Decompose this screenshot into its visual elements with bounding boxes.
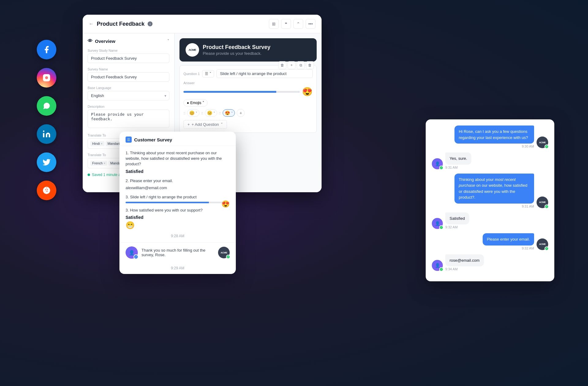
- drag-handle-2[interactable]: ::: [201, 111, 203, 115]
- base-language-select[interactable]: English: [88, 91, 169, 100]
- wa-message-1: ACME ✓ Hi Rose, can I ask you a few ques…: [432, 126, 548, 148]
- saved-dot: [88, 174, 90, 176]
- acme-bot-avatar: ACME ✓: [218, 247, 230, 258]
- cs-q3-text: 3. Slide left / right to arrange the pro…: [126, 194, 230, 200]
- question-row: Question 1 ☰ ˅: [183, 69, 313, 78]
- customer-survey-popup: ☰ Customer Survey 1. Thinking about your…: [119, 132, 236, 274]
- instagram-icon[interactable]: [37, 68, 56, 88]
- cs-q4-emoji: 😁: [126, 221, 230, 230]
- survey-name-group: Survey Name: [88, 67, 169, 82]
- svg-point-5: [46, 190, 46, 190]
- wa-user-badge-4: ✓: [439, 225, 443, 230]
- facebook-icon[interactable]: [37, 40, 56, 59]
- answer-label: Answer: [183, 81, 313, 85]
- wa-user-badge-6: ✓: [439, 267, 443, 272]
- question-type-select[interactable]: ☰ ˅: [202, 70, 214, 77]
- survey-name-input[interactable]: [88, 72, 169, 82]
- svg-point-6: [47, 190, 47, 190]
- slider-container: 😍: [183, 87, 313, 97]
- emoji-options: :: 😊 ˅ :: 😐 ˅ :: 😍 ˅ +: [183, 109, 313, 117]
- tag-french2-close[interactable]: ×: [104, 162, 105, 165]
- wa-message-6: 👤 ✓ rose@email.com 9:34 AM: [432, 254, 548, 271]
- emojis-pill[interactable]: ● Emojis ˅: [183, 99, 208, 107]
- base-language-group: Base Language English: [88, 86, 169, 100]
- description-group: Description Please provide us your feedb…: [88, 105, 169, 129]
- q-btn-copy[interactable]: ⧉: [297, 61, 305, 69]
- cs-question-2: 2. Please enter your email. alexwilliam@…: [126, 178, 230, 190]
- tag-french2: French ×: [90, 161, 107, 166]
- wa-acme-badge-5: ✓: [545, 246, 549, 251]
- question-section: 🗑 + ⧉ 🗑 Question 1 ☰ ˅ Answer 😍: [179, 65, 317, 133]
- cs-title: Customer Survey: [134, 137, 172, 142]
- survey-preview-subtitle: Please provide us your feedback.: [203, 51, 270, 56]
- back-button[interactable]: ←: [89, 21, 94, 27]
- cs-slider-emoji: 😍: [221, 200, 230, 208]
- linkedin-icon[interactable]: [37, 124, 56, 144]
- header-btn-grid[interactable]: ⊞: [269, 19, 279, 29]
- slider-track[interactable]: [183, 91, 300, 93]
- study-name-input[interactable]: [88, 54, 169, 63]
- cs-q4-text: 3. How satisfied were you with our suppo…: [126, 208, 230, 213]
- add-question-button[interactable]: + + Add Question ˅: [183, 120, 227, 129]
- header-buttons: ⊞ ❝ ⌃ •••: [269, 19, 315, 29]
- collapse-icon[interactable]: ˅: [167, 39, 169, 43]
- cs-icon: ☰: [126, 137, 132, 143]
- wa-acme-avatar-1: ACME ✓: [537, 137, 548, 148]
- cs-bottom: 👤 ✓ Thank you so much for filling out th…: [119, 242, 236, 262]
- drag-handle-3[interactable]: ::: [219, 111, 221, 115]
- wa-time-1: 9:30 AM: [454, 144, 534, 148]
- cs-question-1: 1. Thinking about your most recent purch…: [126, 150, 230, 174]
- emoji-option-3[interactable]: 😍 ˅: [223, 109, 235, 117]
- wa-user-avatar-6: 👤 ✓: [432, 260, 443, 271]
- wa-bubble-1: Hi Rose, can I ask you a few questions r…: [454, 126, 534, 144]
- wa-time-2: 9:31 AM: [445, 166, 471, 169]
- acme-bot-badge: ✓: [226, 255, 230, 259]
- add-question-label: + Add Question: [192, 122, 219, 127]
- wa-bubble-2: Yes, sure.: [445, 152, 471, 165]
- wa-message-5: ACME ✓ Please enter your email. 9:32 AM: [432, 233, 548, 250]
- info-icon: i: [148, 21, 153, 26]
- thank-you-message: Thank you so much for filling out the su…: [141, 248, 214, 257]
- q-btn-add[interactable]: +: [288, 61, 296, 69]
- survey-name-label: Survey Name: [88, 67, 169, 71]
- emoji-option-1[interactable]: 😊 ˅: [187, 109, 199, 117]
- overview-label: Overview: [95, 39, 115, 44]
- reddit-icon[interactable]: [37, 181, 56, 200]
- emoji-option-2[interactable]: 😐 ˅: [205, 109, 217, 117]
- question-text-input[interactable]: [217, 69, 313, 78]
- page-title: Product Feedback: [97, 21, 145, 27]
- whatsapp-chat-window: ACME ✓ Hi Rose, can I ask you a few ques…: [426, 119, 554, 281]
- whatsapp-icon[interactable]: [37, 96, 56, 116]
- wa-user-avatar-4: 👤 ✓: [432, 218, 443, 229]
- cs-slider: [126, 202, 230, 203]
- drag-handle-1[interactable]: ::: [183, 111, 185, 115]
- wa-bubble-5: Please enter your email.: [483, 233, 534, 245]
- wa-user-avatar-2: 👤 ✓: [432, 158, 443, 169]
- survey-header-card: ACME Product Feedback Survey Please prov…: [179, 38, 317, 62]
- description-textarea[interactable]: Please provide us your feedback.: [88, 110, 169, 128]
- study-name-label: Survey Study Name: [88, 49, 169, 52]
- cs-body: 1. Thinking about your most recent purch…: [119, 146, 236, 242]
- avatar-badge: ✓: [134, 254, 138, 259]
- wa-message-2: 👤 ✓ Yes, sure. 9:31 AM: [432, 152, 548, 169]
- header-btn-more[interactable]: •••: [306, 19, 315, 29]
- tag-hindi-close[interactable]: ×: [101, 142, 103, 145]
- tag-hindi: Hindi ×: [90, 141, 104, 146]
- header-btn-upload[interactable]: ⌃: [293, 19, 303, 29]
- header-btn-quote[interactable]: ❝: [281, 19, 291, 29]
- wa-acme-badge-3: ✓: [545, 204, 549, 209]
- twitter-icon[interactable]: [37, 152, 56, 172]
- cs-q2-text: 2. Please enter your email.: [126, 178, 230, 184]
- q-btn-trash[interactable]: 🗑: [306, 61, 314, 69]
- add-emoji-button[interactable]: +: [237, 109, 245, 117]
- cs-question-4: 3. How satisfied were you with our suppo…: [126, 208, 230, 230]
- emoji-selector: ● Emojis ˅: [183, 99, 313, 107]
- wa-acme-avatar-5: ACME ✓: [537, 238, 548, 250]
- q-btn-delete[interactable]: 🗑: [278, 61, 286, 69]
- wa-bubble-4: Satisfied: [445, 212, 469, 225]
- base-language-label: Base Language: [88, 86, 169, 90]
- question-toolbar: 🗑 + ⧉ 🗑: [278, 61, 314, 69]
- survey-preview-title: Product Feedback Survey: [203, 44, 270, 51]
- wa-acme-avatar-3: ACME ✓: [537, 197, 548, 208]
- cs-slider-wrapper: 😍: [126, 202, 230, 203]
